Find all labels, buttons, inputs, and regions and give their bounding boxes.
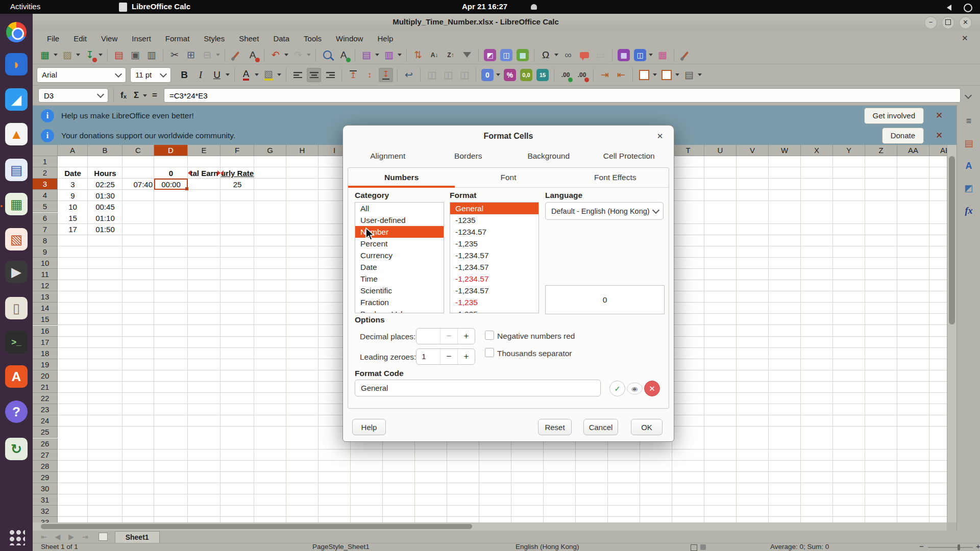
dock-firefox-icon[interactable]: ◗ [5,53,28,76]
export-pdf-icon[interactable]: ▤ [112,48,126,62]
row-header-16[interactable]: 16 [33,325,58,337]
sheet-tab[interactable]: Sheet1 [115,531,160,543]
special-character-dropdown-icon[interactable] [554,54,558,56]
reset-button[interactable]: Reset [538,419,572,435]
row-header-3[interactable]: 3 [33,179,58,190]
format-number-icon[interactable]: 0,0 [519,68,533,82]
undo-dropdown-icon[interactable] [284,54,288,56]
vertical-scrollbar-thumb[interactable] [949,156,955,324]
decimal-places-minus-icon[interactable]: − [440,329,457,344]
sort-descending-icon[interactable]: Z↑ [444,48,458,62]
format-code-input[interactable]: General [355,380,601,396]
hyperlink-icon[interactable]: ∞ [561,48,575,62]
dock-chrome-icon[interactable] [3,19,30,45]
volume-icon[interactable] [947,5,951,11]
horizontal-scrollbar[interactable] [33,522,947,531]
format-list[interactable]: General-1235-1234.57-1,235-1,234.57-1,23… [450,202,539,313]
paste-icon[interactable]: ⊟ [200,48,214,62]
format-currency-icon[interactable]: 0 [480,68,495,82]
zoom-in-icon[interactable]: + [976,542,980,550]
minimize-button[interactable]: − [924,16,937,29]
column-header-D[interactable]: D [154,145,188,156]
align-top-icon[interactable]: ↥ [346,68,360,82]
font-color-icon[interactable]: A [239,68,253,82]
cell-B2[interactable]: Hours [88,167,122,179]
cell-A7[interactable]: 17 [58,224,88,235]
window-titlebar[interactable]: Multiply_Time_Number.xlsx - LibreOffice … [33,14,980,31]
format-item-0[interactable]: General [450,203,538,214]
print-icon[interactable]: ▣ [128,48,142,62]
add-decimal-icon[interactable]: .00 [558,68,573,82]
properties-icon[interactable]: ▤ [961,136,976,151]
row-header-22[interactable]: 22 [33,393,58,404]
column-header-A[interactable]: A [58,145,88,156]
thousands-separator-checkbox[interactable] [485,348,494,357]
dock-help-icon[interactable]: ? [5,400,28,423]
row-header-33[interactable]: 33 [33,517,58,522]
donate-button[interactable]: Donate [882,128,924,144]
category-item-currency[interactable]: Currency [355,249,444,261]
delete-decimal-icon[interactable]: .00 [575,68,589,82]
font-size-combobox[interactable]: 11 pt [130,67,171,83]
column-header-B[interactable]: B [88,145,122,156]
split-window-icon[interactable]: ◫ [633,48,647,62]
clone-formatting-icon[interactable] [229,48,243,62]
get-involved-button[interactable]: Get involved [864,108,924,124]
redo-icon[interactable]: ↷ [291,48,305,62]
decrease-indent-icon[interactable]: ⇤ [614,68,628,82]
cut-icon[interactable]: ✂ [167,48,182,62]
row-header-11[interactable]: 11 [33,269,58,280]
autofilter-icon[interactable] [460,48,474,62]
select-all-corner[interactable] [33,145,58,156]
column-header-E[interactable]: E [188,145,220,156]
dock-terminal-icon[interactable]: >_ [5,331,28,354]
center-vertically-icon[interactable]: ↕ [362,68,377,82]
open-file-icon[interactable]: ▨ [60,48,75,62]
format-date-icon[interactable]: 15 [535,68,550,82]
leading-zeroes-value[interactable]: 1 [416,349,440,364]
insert-column-icon[interactable]: ▥ [382,48,396,62]
wrap-text-icon[interactable]: ↩ [402,68,416,82]
row-header-13[interactable]: 13 [33,291,58,303]
cell-D2[interactable]: 0 [154,167,188,179]
menu-tools[interactable]: Tools [297,33,329,44]
align-left-icon[interactable] [290,68,305,82]
headers-footers-icon[interactable]: ▭ [594,48,608,62]
menu-sheet[interactable]: Sheet [232,33,266,44]
row-header-27[interactable]: 27 [33,449,58,461]
cell-F3[interactable]: 25 [220,179,254,190]
menu-view[interactable]: View [94,33,125,44]
tab-borders[interactable]: Borders [428,145,509,167]
category-item-all[interactable]: All [355,203,444,214]
menu-edit[interactable]: Edit [66,33,94,44]
freeze-rows-columns-icon[interactable]: ▦ [617,48,631,62]
column-header-X[interactable]: X [801,145,833,156]
category-list[interactable]: AllUser-definedNumberPercentCurrencyDate… [355,202,444,313]
dock-libreoffice-writer-icon[interactable]: ▤ [5,159,28,181]
formula-icon[interactable]: = [152,90,157,101]
sum-icon[interactable]: Σ [134,90,139,101]
sidebar-settings-icon[interactable]: ≡ [961,113,976,129]
column-header-C[interactable]: C [122,145,154,156]
decimal-places-plus-icon[interactable]: + [457,329,475,344]
menu-insert[interactable]: Insert [125,33,158,44]
menu-file[interactable]: File [40,33,66,44]
font-color-dropdown-icon[interactable] [255,73,259,76]
cell-A2[interactable]: Date [58,167,88,179]
cell-A6[interactable]: 15 [58,213,88,224]
format-item-4[interactable]: -1,234.57 [450,249,538,261]
cell-C3[interactable]: 07:40 [122,179,154,190]
current-app-name[interactable]: LibreOffice Calc [132,2,190,11]
column-header-W[interactable]: W [769,145,801,156]
row-header-23[interactable]: 23 [33,404,58,415]
formula-input[interactable]: =C3*24*E3 [164,88,961,103]
format-percent-icon[interactable]: % [503,68,517,82]
sum-dropdown-icon[interactable] [143,94,147,97]
insert-image-icon[interactable]: ◩ [483,48,497,62]
selection-mode-icon[interactable] [691,544,697,551]
insert-chart-icon[interactable]: ◫ [499,48,513,62]
cancel-button[interactable]: Cancel [583,419,618,435]
category-item-time[interactable]: Time [355,273,444,285]
cell-A5[interactable]: 10 [58,201,88,212]
format-code-apply-icon[interactable]: ✓ [609,381,625,396]
